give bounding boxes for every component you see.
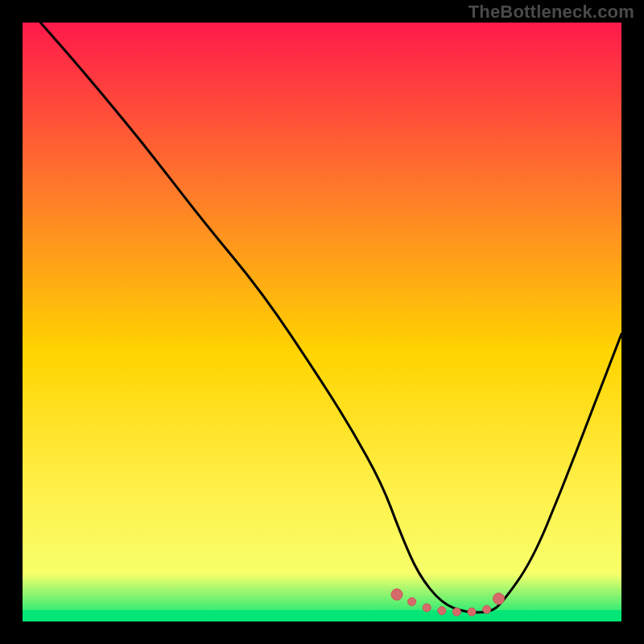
curve-marker bbox=[452, 608, 460, 616]
bottleneck-chart bbox=[0, 0, 644, 644]
curve-marker bbox=[391, 589, 402, 601]
plot-background bbox=[23, 23, 621, 621]
watermark-text: TheBottleneck.com bbox=[469, 2, 634, 23]
curve-marker bbox=[493, 593, 505, 605]
curve-marker bbox=[438, 607, 446, 615]
green-bottom-strip bbox=[23, 610, 621, 621]
chart-frame: TheBottleneck.com bbox=[0, 0, 644, 644]
curve-marker bbox=[483, 605, 491, 613]
curve-marker bbox=[408, 597, 416, 605]
curve-marker bbox=[468, 608, 476, 616]
curve-marker bbox=[423, 604, 431, 612]
